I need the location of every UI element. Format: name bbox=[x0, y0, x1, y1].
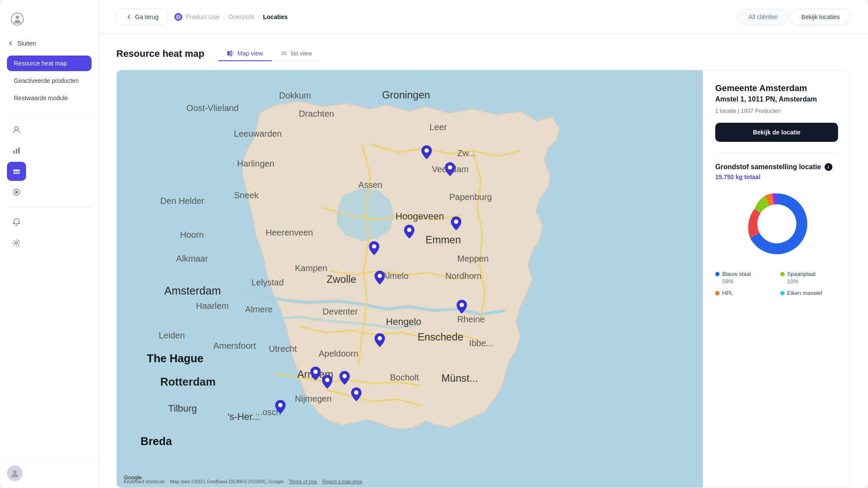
breadcrumb-items: Product Use › Overzicht › Locaties bbox=[174, 13, 287, 21]
svg-point-78 bbox=[354, 390, 358, 395]
main-content: Ga terug Product Use › Overzicht › Locat… bbox=[99, 0, 868, 488]
attribution-data: Map data ©2021 GeoBasis-DE/BKG (©2009), … bbox=[170, 479, 284, 484]
pin-tilburg[interactable] bbox=[351, 387, 362, 403]
sidebar-item-resource-heat-map[interactable]: Resource heat map bbox=[7, 56, 92, 71]
sidebar-divider bbox=[7, 115, 92, 115]
back-label: Sluiten bbox=[17, 40, 36, 47]
svg-point-77 bbox=[342, 374, 347, 378]
legend-item-hpl: HPL bbox=[715, 290, 773, 296]
svg-point-71 bbox=[454, 219, 458, 224]
view-tabs: Map view list view bbox=[218, 46, 321, 61]
page-content: Resource heat map Map view list view bbox=[99, 34, 868, 488]
nav-chart-icon[interactable] bbox=[7, 141, 26, 160]
pin-enschede[interactable] bbox=[457, 300, 467, 315]
back-button[interactable]: Sluiten bbox=[0, 35, 99, 52]
location-address: Amstel 1, 1011 PN, Amsterdam bbox=[715, 95, 838, 103]
page-title: Resource heat map bbox=[116, 48, 204, 59]
svg-rect-14 bbox=[230, 50, 232, 56]
svg-rect-7 bbox=[13, 172, 20, 174]
total-kg: 15.750 kg totaal bbox=[715, 174, 838, 180]
sidebar-menu: Resource heat map Geactiveerde producten… bbox=[0, 52, 99, 109]
svg-point-68 bbox=[448, 165, 452, 170]
composition-title: Grondstof samenstelling locatie i bbox=[715, 163, 838, 171]
pin-den-bosch1[interactable] bbox=[310, 367, 321, 382]
svg-rect-4 bbox=[16, 149, 17, 154]
svg-point-1 bbox=[16, 16, 19, 19]
user-avatar[interactable] bbox=[7, 465, 23, 481]
sidebar-logo bbox=[0, 0, 99, 35]
pin-groningen2[interactable] bbox=[445, 162, 455, 178]
sidebar-divider-2 bbox=[7, 207, 92, 207]
nav-toggle-icon[interactable] bbox=[7, 162, 26, 181]
pin-den-bosch3[interactable] bbox=[339, 371, 350, 386]
pin-arnhem[interactable] bbox=[375, 333, 385, 349]
location-meta: 1 locatie | 1937 Producten bbox=[715, 108, 838, 114]
page-header: Resource heat map Map view list view bbox=[116, 46, 851, 61]
map-container[interactable]: Oost-Vlieland Dokkum Leeuwarden Harlinge… bbox=[116, 70, 851, 488]
bekijk-locaties-button[interactable]: Bekijk locaties bbox=[790, 9, 851, 25]
info-icon[interactable]: i bbox=[825, 163, 832, 171]
svg-rect-3 bbox=[13, 151, 15, 154]
nav-gear-icon[interactable] bbox=[7, 233, 26, 252]
donut-chart bbox=[715, 189, 838, 259]
pin-zwolle[interactable] bbox=[375, 271, 385, 286]
svg-point-12 bbox=[176, 15, 181, 19]
legend-item-blauw-staal: Blauw staal 59% bbox=[715, 271, 773, 285]
svg-rect-6 bbox=[13, 170, 20, 171]
tab-list-view[interactable]: list view bbox=[272, 46, 321, 61]
sidebar-item-restwaarde-module[interactable]: Restwaarde module bbox=[7, 90, 92, 106]
pin-breda[interactable] bbox=[275, 400, 286, 416]
product-use-globe-icon bbox=[174, 13, 182, 21]
attribution-report[interactable]: Report a map error bbox=[322, 479, 363, 484]
svg-point-70 bbox=[372, 244, 376, 249]
all-clients-button[interactable]: All cliënten bbox=[738, 9, 789, 25]
sidebar-icon-nav bbox=[0, 120, 99, 202]
panel-divider bbox=[715, 152, 838, 153]
svg-point-9 bbox=[15, 191, 18, 193]
map-attribution-right: Keyboard shortcuts Map data ©2021 GeoBas… bbox=[124, 479, 363, 484]
legend-dot-blauw-staal bbox=[715, 272, 720, 276]
tab-map-view[interactable]: Map view bbox=[218, 46, 272, 61]
pin-den-bosch2[interactable] bbox=[322, 375, 332, 390]
svg-rect-13 bbox=[227, 51, 230, 56]
sidebar-item-geactiveerde-producten[interactable]: Geactiveerde producten bbox=[7, 73, 92, 88]
map-attribution: Google Keyboard shortcuts Map data ©2021… bbox=[117, 479, 703, 484]
legend-dot-hpl bbox=[715, 291, 720, 295]
legend-grid: Blauw staal 59% Spaanplaat 10% bbox=[715, 271, 838, 296]
pin-emmen[interactable] bbox=[451, 216, 461, 232]
svg-rect-5 bbox=[18, 147, 20, 154]
list-view-icon bbox=[280, 50, 287, 57]
top-bar: Ga terug Product Use › Overzicht › Locat… bbox=[99, 0, 868, 34]
svg-point-79 bbox=[278, 403, 283, 407]
nav-bell-icon[interactable] bbox=[7, 213, 26, 232]
pin-steenwijk[interactable] bbox=[369, 241, 379, 257]
svg-point-10 bbox=[16, 242, 18, 244]
nav-person-icon[interactable] bbox=[7, 120, 26, 139]
pin-groningen1[interactable] bbox=[421, 145, 432, 161]
back-chevron-icon bbox=[125, 13, 132, 20]
donut-svg bbox=[742, 189, 812, 259]
map-pins-layer bbox=[117, 70, 703, 488]
legend-item-eiken: Eiken massief bbox=[780, 290, 838, 296]
sidebar-user-area bbox=[0, 458, 99, 488]
svg-point-67 bbox=[424, 148, 429, 153]
pin-hoogeveen[interactable] bbox=[404, 225, 414, 240]
top-actions: All cliënten Bekijk locaties bbox=[738, 9, 851, 25]
nav-circle-icon[interactable] bbox=[7, 183, 26, 202]
attribution-terms[interactable]: Terms of Use bbox=[289, 479, 317, 484]
view-location-button[interactable]: Bekijk de locatie bbox=[715, 123, 838, 142]
back-button-top[interactable]: Ga terug bbox=[116, 9, 168, 25]
svg-point-69 bbox=[407, 228, 411, 232]
svg-point-73 bbox=[460, 303, 464, 307]
location-name: Gemeente Amsterdam bbox=[715, 82, 838, 94]
svg-point-76 bbox=[325, 378, 329, 382]
svg-point-72 bbox=[378, 274, 382, 278]
sidebar: Sluiten Resource heat map Geactiveerde p… bbox=[0, 0, 99, 488]
svg-point-80 bbox=[757, 204, 796, 243]
google-logo: Google bbox=[124, 474, 142, 481]
svg-point-11 bbox=[13, 470, 16, 474]
app-logo-icon bbox=[10, 12, 24, 26]
svg-rect-15 bbox=[233, 52, 233, 55]
map-background[interactable]: Oost-Vlieland Dokkum Leeuwarden Harlinge… bbox=[117, 70, 703, 488]
sidebar-bottom-icons bbox=[0, 213, 99, 252]
